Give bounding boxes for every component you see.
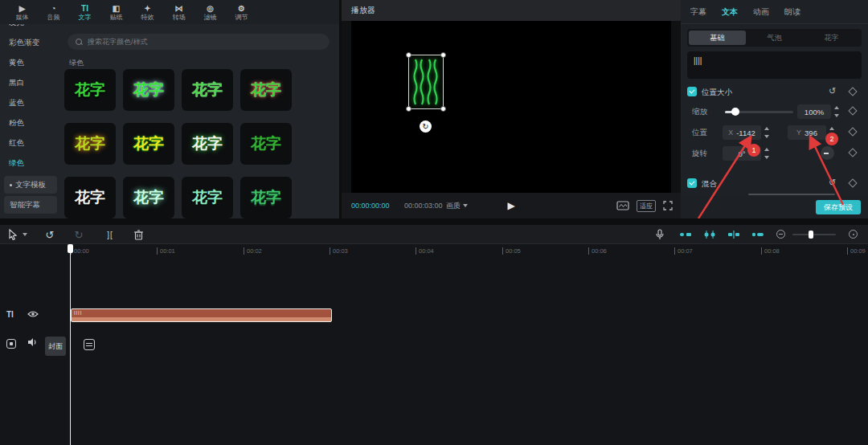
- keyframe-diamond-icon[interactable]: [848, 148, 857, 157]
- main-track-magnet-icon[interactable]: [751, 229, 765, 240]
- canvas-ratio-icon[interactable]: [616, 201, 629, 210]
- position-x-stepper[interactable]: [763, 127, 771, 138]
- fancy-text-card[interactable]: 花字: [240, 123, 292, 165]
- position-y-field[interactable]: Y 396: [788, 125, 826, 140]
- playhead-handle[interactable]: [68, 244, 73, 253]
- search-input[interactable]: 搜索花字颜色/样式: [68, 34, 330, 50]
- inspector-bottom-bar: 保存预设: [681, 196, 868, 218]
- tab-sticker[interactable]: ◧ 贴纸: [100, 0, 132, 24]
- tab-text-props[interactable]: 文本: [722, 6, 738, 18]
- rotation-stepper[interactable]: [763, 148, 771, 159]
- delete-icon[interactable]: [132, 228, 145, 241]
- track-mute-speaker-icon[interactable]: [27, 337, 38, 347]
- resize-handle[interactable]: [406, 106, 411, 112]
- sidebar-item-green[interactable]: 绿色: [0, 153, 61, 174]
- fancy-text-card[interactable]: 花字: [123, 177, 174, 218]
- rotation-dial[interactable]: [821, 146, 834, 160]
- tab-audio[interactable]: ◔ 音频: [38, 0, 69, 24]
- ruler-tick: 00:02: [244, 247, 262, 255]
- tab-adjust[interactable]: ⚙ 调节: [226, 0, 257, 24]
- track-visibility-eye-icon[interactable]: [27, 310, 39, 318]
- selected-text-element[interactable]: [408, 55, 444, 109]
- play-button[interactable]: ▶: [507, 200, 514, 211]
- tab-transition[interactable]: ⋈ 转场: [163, 0, 194, 24]
- scale-value-field[interactable]: 100%: [797, 104, 831, 119]
- keyframe-diamond-icon[interactable]: [848, 87, 857, 96]
- main-track-media-icon[interactable]: [84, 339, 95, 350]
- undo-icon[interactable]: ↺: [43, 228, 56, 241]
- rotate-handle-icon[interactable]: ↻: [420, 120, 432, 133]
- select-tool-icon[interactable]: [6, 228, 19, 241]
- sidebar-item-pink[interactable]: 粉色: [0, 113, 61, 133]
- fancy-text-card[interactable]: 花字: [64, 177, 116, 218]
- tab-animation[interactable]: 动画: [753, 6, 769, 18]
- video-track-icon[interactable]: [6, 339, 16, 349]
- keyframe-diamond-icon[interactable]: [848, 106, 857, 115]
- cover-button[interactable]: 封面: [45, 337, 66, 356]
- timeline-fit-icon[interactable]: [849, 230, 858, 239]
- quality-dropdown[interactable]: 画质: [446, 201, 468, 211]
- split-icon[interactable]: ][: [103, 228, 117, 241]
- reset-icon[interactable]: ↺: [829, 86, 836, 96]
- tab-media[interactable]: ▶ 媒体: [6, 0, 38, 24]
- text-clip-label: ||||: [74, 310, 82, 315]
- fancy-text-card[interactable]: 花字: [240, 69, 292, 111]
- fancy-text-card[interactable]: 花字: [64, 123, 116, 165]
- sidebar-item-blue[interactable]: 蓝色: [0, 93, 61, 113]
- player-panel: 播放器 ↻ 00:00:00:00 00: [342, 0, 681, 218]
- text-clip[interactable]: ||||: [71, 308, 332, 322]
- tab-subtitle[interactable]: 字幕: [690, 6, 706, 18]
- transition-icon: ⋈: [175, 4, 183, 13]
- zoom-out-icon[interactable]: [776, 230, 785, 239]
- text-content-input[interactable]: ||||: [687, 51, 862, 79]
- resize-handle[interactable]: [440, 106, 446, 112]
- preview-axis-icon[interactable]: [727, 229, 741, 240]
- auto-snap-icon[interactable]: [678, 229, 693, 240]
- scale-slider[interactable]: [725, 111, 793, 113]
- fancy-text-card[interactable]: 花字: [64, 69, 116, 111]
- fancy-text-card[interactable]: 花字: [240, 177, 292, 218]
- timeline-zoom-handle[interactable]: [809, 231, 813, 239]
- tab-text[interactable]: TI 文字: [69, 0, 100, 24]
- fancy-text-card[interactable]: 花字: [123, 123, 174, 165]
- select-tool-dropdown-icon[interactable]: [21, 228, 29, 241]
- fancy-text-card[interactable]: 花字: [182, 177, 233, 218]
- position-size-checkbox[interactable]: [687, 87, 697, 96]
- scale-stepper[interactable]: [833, 106, 841, 117]
- linkage-icon[interactable]: [702, 229, 717, 240]
- reset-icon[interactable]: ↺: [829, 178, 836, 188]
- resize-handle[interactable]: [440, 52, 446, 58]
- sidebar-item-text-template[interactable]: 文字模板: [4, 176, 57, 194]
- fancy-text-card[interactable]: 花字: [182, 123, 233, 165]
- tab-read-aloud[interactable]: 朗读: [784, 6, 800, 18]
- record-audio-icon[interactable]: [654, 228, 665, 241]
- save-preset-button[interactable]: 保存预设: [816, 200, 861, 214]
- sidebar-item-glow[interactable]: 发光: [0, 24, 61, 33]
- fullscreen-icon[interactable]: [663, 201, 673, 210]
- keyframe-diamond-icon[interactable]: [848, 178, 857, 187]
- timeline-zoom-slider[interactable]: [792, 234, 836, 235]
- sidebar-item-smart-caption[interactable]: 智能字幕: [4, 196, 57, 214]
- fancy-text-card[interactable]: 花字: [123, 69, 174, 111]
- effects-icon: ✦: [144, 4, 150, 13]
- sidebar-item-red[interactable]: 红色: [0, 133, 61, 153]
- redo-icon[interactable]: ↻: [72, 228, 85, 241]
- timeline-ruler[interactable]: 00:00 00:01 00:02 00:03 00:04 00:05 00:0…: [0, 244, 868, 257]
- sidebar-item-blackwhite[interactable]: 黑白: [0, 73, 61, 93]
- fancy-text-card[interactable]: 花字: [182, 69, 233, 111]
- keyframe-diamond-icon[interactable]: [848, 127, 857, 136]
- fit-dropdown[interactable]: 适应: [637, 200, 656, 212]
- preview-canvas[interactable]: ↻: [351, 21, 671, 193]
- subtab-fancy-text[interactable]: 花字: [803, 31, 860, 45]
- blend-checkbox[interactable]: [687, 178, 697, 188]
- scale-slider-handle[interactable]: [731, 108, 739, 116]
- tab-filter[interactable]: ◎ 滤镜: [194, 0, 226, 24]
- sidebar-item-color-gradient[interactable]: 彩色渐变: [0, 33, 61, 53]
- sidebar-item-yellow[interactable]: 黄色: [0, 53, 61, 73]
- resize-handle[interactable]: [406, 52, 411, 58]
- position-x-field[interactable]: X -1142: [723, 125, 761, 140]
- tab-effects[interactable]: ✦ 特效: [132, 0, 163, 24]
- subtab-basic[interactable]: 基础: [689, 31, 746, 45]
- subtab-bubble[interactable]: 气泡: [746, 31, 803, 45]
- search-icon: [76, 39, 83, 46]
